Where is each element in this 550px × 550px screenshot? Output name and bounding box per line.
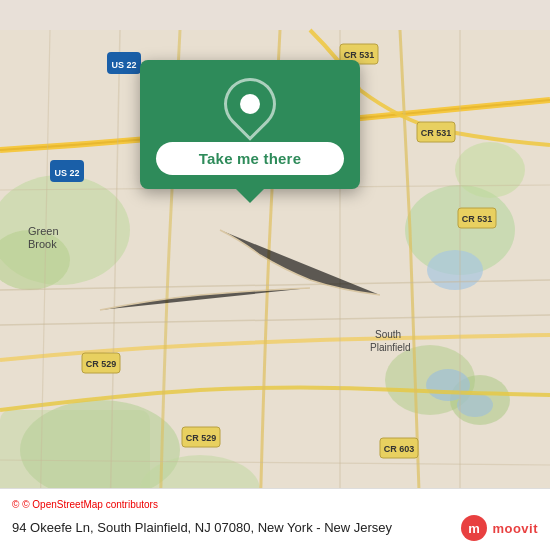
moovit-text: moovit (492, 521, 538, 536)
svg-text:CR 529: CR 529 (186, 433, 217, 443)
svg-text:Green: Green (28, 225, 59, 237)
attribution-text: © OpenStreetMap contributors (22, 499, 158, 510)
svg-text:m: m (469, 521, 481, 536)
location-pin-icon (213, 67, 287, 141)
map-container: US 22 US 22 CR 531 CR 531 CR 531 CR 529 … (0, 0, 550, 550)
svg-text:CR 603: CR 603 (384, 444, 415, 454)
svg-text:CR 529: CR 529 (86, 359, 117, 369)
address-text: 94 Okeefe Ln, South Plainfield, NJ 07080… (12, 519, 452, 537)
bottom-info-bar: © © OpenStreetMap contributors 94 Okeefe… (0, 488, 550, 550)
svg-text:CR 531: CR 531 (344, 50, 375, 60)
svg-text:CR 531: CR 531 (421, 128, 452, 138)
svg-point-10 (427, 250, 483, 290)
svg-text:Plainfield: Plainfield (370, 342, 411, 353)
location-popup: Take me there (140, 60, 360, 189)
svg-text:Brook: Brook (28, 238, 57, 250)
svg-text:South: South (375, 329, 401, 340)
svg-text:CR 531: CR 531 (462, 214, 493, 224)
location-pin-dot (240, 94, 260, 114)
copyright-symbol: © (12, 499, 19, 510)
map-attribution: © © OpenStreetMap contributors (12, 499, 538, 510)
moovit-icon: m (460, 514, 488, 542)
svg-point-12 (457, 393, 493, 417)
svg-text:US 22: US 22 (111, 60, 136, 70)
moovit-logo: m moovit (460, 514, 538, 542)
svg-point-4 (455, 142, 525, 198)
address-row: 94 Okeefe Ln, South Plainfield, NJ 07080… (12, 514, 538, 542)
svg-text:US 22: US 22 (54, 168, 79, 178)
take-me-there-button[interactable]: Take me there (156, 142, 344, 175)
